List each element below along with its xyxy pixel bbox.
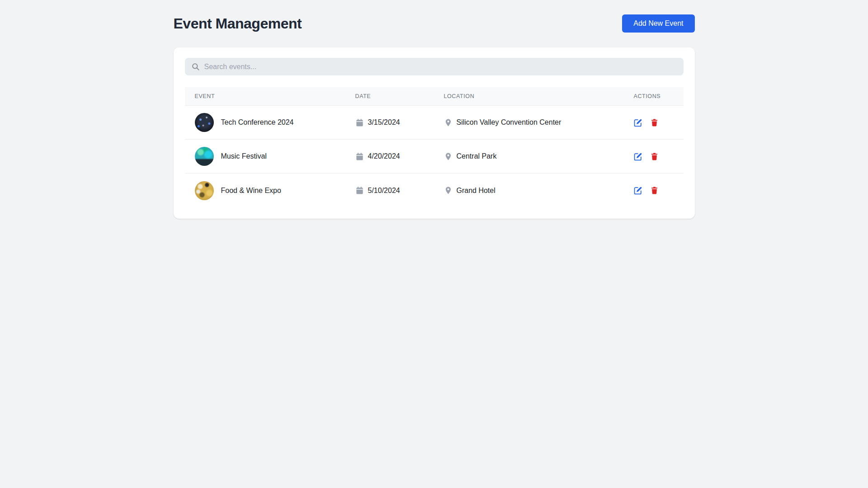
date-cell: 4/20/2024	[345, 152, 434, 161]
event-location: Grand Hotel	[457, 187, 495, 195]
location-cell: Grand Hotel	[434, 186, 624, 195]
event-location: Central Park	[457, 152, 497, 160]
event-date: 4/20/2024	[368, 152, 400, 160]
column-header-event: EVENT	[185, 93, 345, 99]
map-pin-icon	[444, 118, 453, 127]
column-header-date: DATE	[345, 93, 434, 99]
event-avatar	[195, 181, 214, 200]
search-input[interactable]	[204, 63, 677, 71]
events-card: EVENT DATE LOCATION ACTIONS Tech Confere…	[174, 47, 695, 219]
table-body: Tech Conference 2024 3/15/2024 Silicon	[185, 106, 684, 207]
calendar-icon	[355, 118, 364, 127]
actions-cell	[624, 152, 684, 161]
calendar-icon	[355, 186, 364, 195]
edit-button[interactable]	[634, 152, 642, 161]
edit-button[interactable]	[634, 118, 642, 127]
event-avatar	[195, 147, 214, 166]
edit-icon	[634, 152, 642, 161]
edit-button[interactable]	[634, 186, 642, 195]
location-cell: Central Park	[434, 152, 624, 161]
event-date: 5/10/2024	[368, 187, 400, 195]
event-date: 3/15/2024	[368, 118, 400, 127]
add-new-event-button[interactable]: Add New Event	[622, 14, 694, 33]
table-header-row: EVENT DATE LOCATION ACTIONS	[185, 87, 684, 106]
calendar-icon	[355, 152, 364, 161]
location-cell: Silicon Valley Convention Center	[434, 118, 624, 127]
table-row: Music Festival 4/20/2024 Central Park	[185, 140, 684, 174]
search-bar[interactable]	[185, 58, 684, 75]
date-cell: 5/10/2024	[345, 186, 434, 195]
event-name: Tech Conference 2024	[221, 118, 294, 127]
event-cell: Music Festival	[185, 147, 345, 166]
map-pin-icon	[444, 186, 453, 195]
search-icon	[191, 62, 200, 71]
delete-button[interactable]	[650, 118, 659, 127]
trash-icon	[650, 186, 659, 195]
page-title: Event Management	[174, 15, 302, 32]
page-container: Event Management Add New Event EVENT DAT…	[174, 0, 695, 219]
delete-button[interactable]	[650, 186, 659, 195]
trash-icon	[650, 152, 659, 161]
actions-cell	[624, 118, 684, 127]
map-pin-icon	[444, 152, 453, 161]
edit-icon	[634, 186, 642, 195]
date-cell: 3/15/2024	[345, 118, 434, 127]
event-cell: Tech Conference 2024	[185, 113, 345, 132]
event-cell: Food & Wine Expo	[185, 181, 345, 200]
event-location: Silicon Valley Convention Center	[457, 118, 561, 127]
page-header: Event Management Add New Event	[174, 14, 695, 33]
events-table: EVENT DATE LOCATION ACTIONS Tech Confere…	[185, 87, 684, 207]
event-name: Food & Wine Expo	[221, 187, 281, 195]
column-header-actions: ACTIONS	[624, 93, 684, 99]
event-name: Music Festival	[221, 152, 267, 160]
edit-icon	[634, 118, 642, 127]
table-row: Tech Conference 2024 3/15/2024 Silicon	[185, 106, 684, 140]
column-header-location: LOCATION	[434, 93, 624, 99]
event-avatar	[195, 113, 214, 132]
table-row: Food & Wine Expo 5/10/2024 Grand Hotel	[185, 174, 684, 207]
delete-button[interactable]	[650, 152, 659, 161]
trash-icon	[650, 118, 659, 127]
actions-cell	[624, 186, 684, 195]
